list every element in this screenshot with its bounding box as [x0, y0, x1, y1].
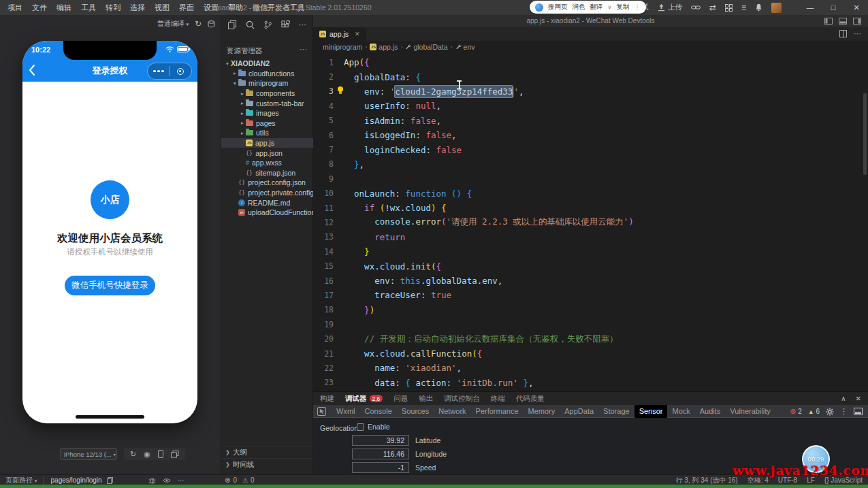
- line-number[interactable]: 13: [313, 232, 334, 242]
- line-number[interactable]: 23: [313, 378, 334, 387]
- devtools-tab-storage[interactable]: Storage: [598, 405, 634, 418]
- line-number[interactable]: 7: [313, 145, 334, 154]
- line-number[interactable]: 17: [313, 291, 334, 300]
- kebab-menu-icon[interactable]: ⋮: [840, 407, 848, 416]
- enable-checkbox[interactable]: [357, 423, 364, 431]
- code-line-6[interactable]: 6 isLoggedIn: false,: [313, 128, 868, 142]
- cursor-position[interactable]: 行 3, 列 34 (选中 16): [676, 476, 738, 485]
- line-number[interactable]: 6: [313, 131, 334, 140]
- panel-tab-构建[interactable]: 构建: [320, 394, 334, 404]
- code-line-23[interactable]: 23 data: { action: 'initDb.run' },: [313, 376, 868, 390]
- panel-tab-代码质量[interactable]: 代码质量: [516, 394, 545, 404]
- files-icon[interactable]: [228, 20, 237, 29]
- dock-side-icon[interactable]: [854, 408, 863, 415]
- tree-item-custom-tab-bar[interactable]: ▸custom-tab-bar: [221, 98, 313, 108]
- line-number[interactable]: 10: [313, 189, 334, 198]
- breadcrumb-item-app.js[interactable]: JSapp.js: [370, 43, 398, 51]
- collapse-panel-icon[interactable]: ∧: [841, 395, 846, 402]
- line-number[interactable]: 20: [313, 334, 334, 344]
- line-number[interactable]: 14: [313, 247, 334, 257]
- tree-item-project.config.json[interactable]: {}project.config.json: [221, 178, 313, 188]
- search-icon[interactable]: [246, 20, 255, 29]
- line-number[interactable]: 1: [313, 58, 334, 67]
- code-line-11[interactable]: 11 if (!wx.cloud) {: [313, 201, 868, 215]
- line-number[interactable]: 19: [313, 320, 334, 329]
- outline-section[interactable]: ❯大纲: [221, 446, 313, 458]
- tree-item-images[interactable]: ▸images: [221, 108, 313, 118]
- code-line-9[interactable]: 9: [313, 172, 868, 186]
- maximize-button[interactable]: □: [822, 0, 845, 15]
- code-line-8[interactable]: 8 },: [313, 157, 868, 172]
- devtools-tab-vulnerability[interactable]: Vulnerability: [725, 405, 775, 418]
- copy-path-icon[interactable]: [107, 477, 113, 484]
- devtools-tab-sensor[interactable]: Sensor: [634, 405, 668, 418]
- grid-icon[interactable]: [725, 4, 733, 12]
- split-editor-icon[interactable]: [839, 30, 847, 37]
- overlay-search-web[interactable]: 搜网页: [548, 3, 568, 12]
- tree-item-cloudfunctions[interactable]: ▸cloudfunctions: [221, 69, 313, 79]
- menu-item-转到[interactable]: 转到: [101, 0, 125, 15]
- overlay-polish[interactable]: 润色: [573, 3, 585, 12]
- compile-mode-dropdown[interactable]: 普通编译 ▾: [157, 19, 189, 29]
- record-icon[interactable]: ◉: [144, 450, 150, 459]
- line-number[interactable]: 4: [313, 101, 334, 111]
- devtools-tab-performance[interactable]: Performance: [471, 405, 524, 418]
- menu-item-选择[interactable]: 选择: [125, 0, 150, 15]
- line-number[interactable]: 18: [313, 305, 334, 314]
- breadcrumb-item-globalData[interactable]: globalData: [405, 43, 447, 51]
- tree-item-app.json[interactable]: {}app.json: [221, 148, 313, 158]
- bell-icon[interactable]: [755, 3, 762, 12]
- code-line-10[interactable]: 10 onLaunch: function () {: [313, 186, 868, 201]
- line-number[interactable]: 3: [313, 86, 334, 96]
- devtools-tab-memory[interactable]: Memory: [524, 405, 560, 418]
- menu-item-编辑[interactable]: 编辑: [52, 0, 76, 15]
- line-number[interactable]: 15: [313, 261, 334, 271]
- extensions-icon[interactable]: [281, 20, 290, 29]
- inspect-element-icon[interactable]: [317, 407, 326, 416]
- bug-icon[interactable]: [148, 477, 156, 484]
- panel-tab-调试器[interactable]: 调试器2,6: [345, 394, 383, 404]
- code-line-12[interactable]: 12 console.error('请使用 2.2.3 或以上的基础库以使用云能…: [313, 215, 868, 229]
- statusbar-more-icon[interactable]: ⋯: [178, 476, 184, 484]
- swap-icon[interactable]: ⇄: [709, 3, 716, 12]
- close-panel-icon[interactable]: ✕: [856, 395, 861, 402]
- panel-tab-终端[interactable]: 终端: [491, 394, 505, 404]
- code-line-16[interactable]: 16 env: this.globalData.env,: [313, 274, 868, 288]
- code-line-20[interactable]: 20 // 开发期：启动自动初始化云数据库集合（无鉴权，失败不阻塞）: [313, 331, 868, 346]
- tree-item-project.private.config.js...[interactable]: {}project.private.config.js...: [221, 188, 313, 198]
- latitude-input[interactable]: 39.92: [352, 435, 409, 446]
- line-number[interactable]: 22: [313, 363, 334, 373]
- menu-item-文件[interactable]: 文件: [27, 0, 52, 15]
- code-line-19[interactable]: 19: [313, 317, 868, 331]
- overlay-copy[interactable]: 复制: [616, 3, 629, 12]
- gear-icon[interactable]: [826, 408, 834, 416]
- overlay-translate[interactable]: 翻译: [590, 3, 603, 12]
- devtools-tab-sources[interactable]: Sources: [397, 405, 434, 418]
- devtools-tab-appdata[interactable]: AppData: [560, 405, 598, 418]
- rotate-icon[interactable]: ↻: [130, 450, 136, 459]
- panel-tab-问题[interactable]: 问题: [393, 394, 408, 404]
- line-number[interactable]: 21: [313, 349, 334, 359]
- error-count[interactable]: ⊗ 2: [790, 407, 802, 416]
- problem-counts[interactable]: ⊗0 ⚠0: [225, 475, 255, 485]
- line-number[interactable]: 9: [313, 174, 334, 184]
- code-line-5[interactable]: 5 isAdmin: false,: [313, 114, 868, 128]
- editor-scrollbar[interactable]: [863, 93, 867, 175]
- refresh-icon[interactable]: ↻: [195, 19, 202, 29]
- device-phone-icon[interactable]: [158, 450, 163, 458]
- longitude-input[interactable]: 116.46: [352, 449, 409, 459]
- upload-button[interactable]: 上传: [658, 3, 682, 12]
- capsule-more-icon[interactable]: [148, 70, 170, 73]
- code-line-18[interactable]: 18 }): [313, 303, 868, 317]
- code-line-22[interactable]: 22 name: 'xiaodian',: [313, 361, 868, 375]
- device-selector[interactable]: iPhone 12/13 (...▾: [60, 448, 117, 460]
- code-line-4[interactable]: 4 userInfo: null,: [313, 99, 868, 113]
- menu-item-界面[interactable]: 界面: [174, 0, 199, 15]
- code-line-3[interactable]: 3 env: 'cloud1-2gamg3zp14ffed33',: [313, 84, 868, 99]
- tree-item-components[interactable]: ▸components: [221, 88, 313, 99]
- line-number[interactable]: 5: [313, 116, 334, 125]
- tree-item-miniprogram[interactable]: ▾miniprogram: [221, 78, 313, 88]
- tree-item-pages[interactable]: ▸pages: [221, 118, 313, 129]
- capsule-close-icon[interactable]: [170, 68, 192, 75]
- breadcrumb-item-miniprogram[interactable]: miniprogram: [323, 43, 362, 51]
